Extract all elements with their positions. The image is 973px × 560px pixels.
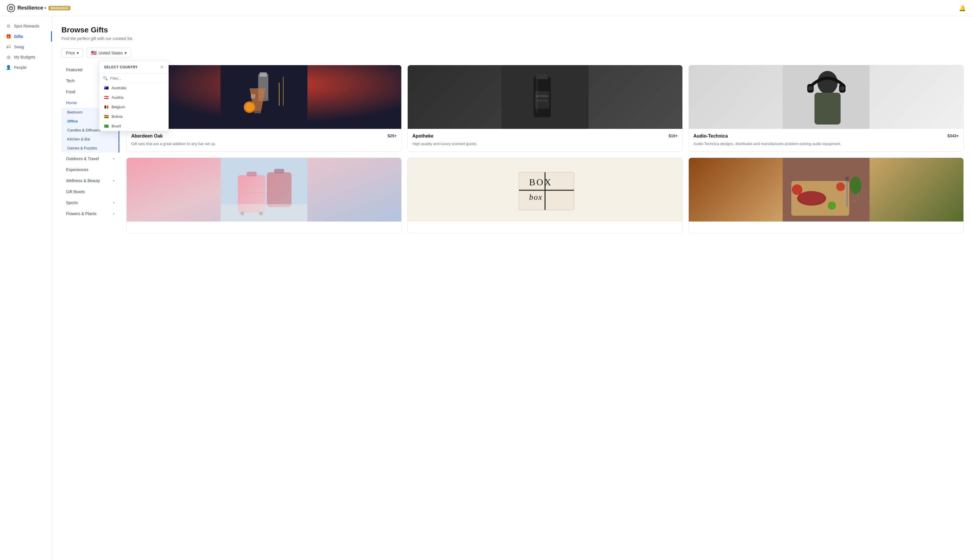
us-flag-icon: 🇺🇸 <box>91 50 97 56</box>
svg-rect-35 <box>221 204 308 222</box>
country-dropdown: SELECT COUNTRY ✕ 🔍 🇦🇺 Australia 🇦🇹 Austr… <box>99 60 169 131</box>
austria-flag-icon: 🇦🇹 <box>104 95 109 100</box>
svg-rect-30 <box>247 172 257 176</box>
gift-card-body-aberdeen: Aberdeen Oak $25+ Gift sets that are a g… <box>127 129 401 152</box>
cat-wellness: Wellness & Beauty ▾ <box>62 176 119 186</box>
price-filter-button[interactable]: Price ▾ <box>62 48 83 58</box>
gift-card-body-boxbox <box>408 222 682 231</box>
wellness-chevron-icon: ▾ <box>113 179 115 183</box>
gift-price-apotheke: $10+ <box>669 133 678 138</box>
luggage-image <box>127 158 401 222</box>
people-icon: 👤 <box>6 65 11 70</box>
app-name-chevron-icon: ▾ <box>44 6 46 10</box>
country-item-bolivia[interactable]: 🇧🇴 Bolivia <box>99 112 168 121</box>
main-content: Browse Gifts Find the perfect gift with … <box>52 16 973 243</box>
sidebar-item-people[interactable]: 👤 People <box>0 62 52 73</box>
layout: ⊙ Spot Rewards 🎁 Gifts 🏷 Swag ◎ My Budge… <box>0 16 973 243</box>
page-subtitle: Find the perfect gift with our curated l… <box>62 36 964 41</box>
svg-rect-3 <box>260 72 267 77</box>
gifts-grid: Aberdeen Oak $25+ Gift sets that are a g… <box>119 65 964 233</box>
price-chevron-icon: ▾ <box>77 51 79 55</box>
svg-point-50 <box>828 202 836 210</box>
svg-rect-14 <box>536 74 548 79</box>
country-search-input[interactable] <box>110 76 165 80</box>
app-name[interactable]: Resilience ▾ <box>17 5 46 11</box>
gift-card-boxbox: BOX box <box>407 158 683 233</box>
svg-point-25 <box>840 86 844 91</box>
gift-card-header-aberdeen: Aberdeen Oak $25+ <box>131 133 397 139</box>
dropdown-header: SELECT COUNTRY ✕ <box>99 61 168 73</box>
cat-sports-item[interactable]: Sports ▾ <box>62 198 119 208</box>
svg-text:CHARCOAL: CHARCOAL <box>537 100 548 102</box>
gift-card-img-apotheke: APOTHEKE CHARCOAL <box>408 65 682 129</box>
svg-rect-27 <box>267 172 291 207</box>
country-item-austria[interactable]: 🇦🇹 Austria <box>99 93 168 102</box>
svg-rect-28 <box>274 169 284 173</box>
gift-card-img-boxbox: BOX box <box>408 158 682 222</box>
country-filter-button[interactable]: 🇺🇸 United States ▾ <box>87 48 131 58</box>
australia-flag-icon: 🇦🇺 <box>104 86 109 90</box>
spot-rewards-icon: ⊙ <box>6 23 11 29</box>
top-nav: Resilience ▾ MANAGER 🔔 <box>0 0 973 16</box>
page-title: Browse Gifts <box>62 25 964 35</box>
budgets-icon: ◎ <box>6 55 11 60</box>
cat-gift-boxes: Gift Boxes <box>62 187 119 197</box>
svg-point-46 <box>792 185 802 195</box>
cat-kitchen[interactable]: Kitchen & Bar <box>62 135 119 143</box>
country-item-brazil[interactable]: 🇧🇷 Brazil <box>99 121 168 131</box>
svg-text:BOX: BOX <box>529 177 552 187</box>
cat-flowers: Flowers & Plants ▾ <box>62 209 119 218</box>
gift-card-body-food <box>689 222 963 231</box>
gift-desc-aberdeen: Gift sets that are a great addition to a… <box>131 141 397 147</box>
gift-card-audio: Audio-Technica $343+ Audio-Technica desi… <box>689 65 964 152</box>
boxbox-image: BOX box <box>408 158 682 222</box>
gift-card-img-audio <box>689 65 963 129</box>
gift-card-img-luggage <box>127 158 401 222</box>
notifications-bell-icon[interactable]: 🔔 <box>959 5 966 12</box>
cat-experiences-item[interactable]: Experiences <box>62 165 119 175</box>
svg-rect-6 <box>254 111 261 113</box>
gift-title-aberdeen: Aberdeen Oak <box>131 133 162 139</box>
content-area: Featured Tech Food Home <box>62 65 964 233</box>
search-icon: 🔍 <box>103 76 108 80</box>
sidebar-item-gifts[interactable]: 🎁 Gifts <box>0 31 52 42</box>
svg-rect-38 <box>519 190 574 191</box>
sidebar: ⊙ Spot Rewards 🎁 Gifts 🏷 Swag ◎ My Budge… <box>0 16 52 243</box>
svg-point-47 <box>836 182 845 191</box>
cat-flowers-item[interactable]: Flowers & Plants ▾ <box>62 209 119 218</box>
svg-rect-11 <box>283 77 284 106</box>
svg-text:box: box <box>529 193 542 202</box>
brazil-flag-icon: 🇧🇷 <box>104 124 109 128</box>
audio-image <box>689 65 963 129</box>
gift-title-apotheke: Apotheke <box>412 133 433 139</box>
gift-card-header-audio: Audio-Technica $343+ <box>694 133 959 139</box>
cat-games[interactable]: Games & Puzzles <box>62 143 119 153</box>
sidebar-item-my-budgets[interactable]: ◎ My Budgets <box>0 52 52 62</box>
country-list: 🇦🇺 Australia 🇦🇹 Austria 🇧🇪 Belgium 🇧🇴 Bo… <box>99 83 168 131</box>
svg-rect-49 <box>846 177 849 181</box>
nav-left: Resilience ▾ MANAGER <box>7 4 70 12</box>
country-item-belgium[interactable]: 🇧🇪 Belgium <box>99 102 168 112</box>
belgium-flag-icon: 🇧🇪 <box>104 105 109 109</box>
country-chevron-icon: ▾ <box>125 51 127 55</box>
gift-desc-audio: Audio-Technica designs, distributes and … <box>694 141 959 147</box>
filters-bar: Price ▾ 🇺🇸 United States ▾ SELECT COUNTR… <box>62 48 964 58</box>
cat-gift-boxes-item[interactable]: Gift Boxes <box>62 187 119 197</box>
gift-price-audio: $343+ <box>948 133 959 138</box>
svg-point-8 <box>245 103 254 112</box>
sidebar-item-spot-rewards[interactable]: ⊙ Spot Rewards <box>0 21 52 31</box>
food-image <box>689 158 963 222</box>
country-item-australia[interactable]: 🇦🇺 Australia <box>99 83 168 93</box>
sports-chevron-icon: ▾ <box>113 201 115 205</box>
gift-title-audio: Audio-Technica <box>694 133 728 139</box>
dropdown-close-icon[interactable]: ✕ <box>160 64 164 70</box>
gift-card-img-food <box>689 158 963 222</box>
svg-point-0 <box>9 7 13 10</box>
logo <box>7 4 15 12</box>
svg-rect-21 <box>814 93 841 125</box>
cat-wellness-item[interactable]: Wellness & Beauty ▾ <box>62 176 119 186</box>
svg-rect-18 <box>536 78 538 113</box>
svg-rect-10 <box>279 83 279 106</box>
sidebar-item-swag[interactable]: 🏷 Swag <box>0 42 52 52</box>
cat-outdoors-item[interactable]: Outdoors & Travel ▾ <box>62 154 119 163</box>
